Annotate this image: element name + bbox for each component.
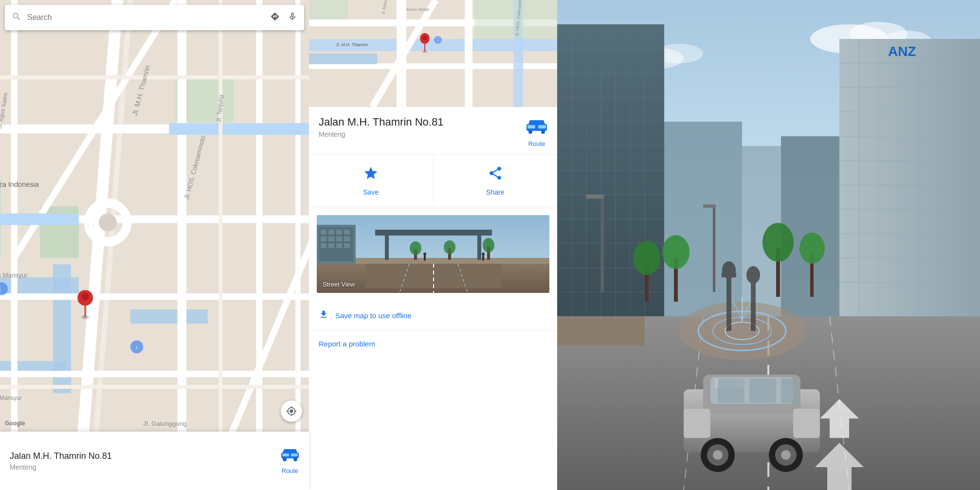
svg-point-104 bbox=[482, 253, 485, 255]
route-button[interactable]: Route bbox=[281, 447, 299, 474]
svg-text:Jl. Kh. Mas Mansyur: Jl. Kh. Mas Mansyur bbox=[0, 394, 21, 401]
svg-rect-198 bbox=[781, 379, 798, 403]
map-panel: Jl. M.H. Thamrin Jl. HOS. Cokroaminoto J… bbox=[0, 0, 309, 490]
svg-rect-71 bbox=[527, 125, 535, 128]
svg-rect-189 bbox=[793, 409, 820, 438]
car-icon bbox=[281, 447, 299, 465]
detail-car-icon bbox=[526, 118, 547, 138]
search-icon bbox=[12, 12, 21, 24]
detail-location-text: Jalan M.H. Thamrin No.81 Menteng bbox=[319, 116, 443, 138]
street-view-panel[interactable]: ANZ bbox=[557, 0, 980, 490]
svg-rect-101 bbox=[424, 255, 426, 261]
street-view-image: ANZ bbox=[557, 0, 980, 490]
svg-point-195 bbox=[781, 450, 791, 460]
offline-label: Save map to use offline bbox=[335, 311, 412, 320]
svg-point-161 bbox=[662, 235, 690, 269]
svg-text:Jl. M.H. Thamrin: Jl. M.H. Thamrin bbox=[336, 42, 368, 47]
svg-rect-92 bbox=[375, 230, 492, 236]
offline-save-button[interactable]: Save map to use offline bbox=[309, 301, 557, 331]
svg-point-183 bbox=[746, 266, 760, 284]
star-icon bbox=[363, 165, 379, 184]
svg-rect-174 bbox=[557, 316, 645, 345]
svg-point-181 bbox=[722, 261, 736, 279]
search-input[interactable] bbox=[27, 13, 270, 22]
svg-rect-90 bbox=[336, 243, 342, 248]
detail-info: Jalan M.H. Thamrin No.81 Menteng Route bbox=[309, 107, 557, 155]
svg-point-98 bbox=[444, 240, 455, 254]
svg-point-96 bbox=[410, 241, 421, 255]
svg-text:ANZ: ANZ bbox=[888, 44, 916, 59]
location-name: Jalan M.H. Thamrin No.81 bbox=[10, 451, 112, 461]
svg-rect-84 bbox=[321, 236, 327, 241]
svg-rect-60 bbox=[309, 54, 377, 64]
detail-map-svg: Jl. HOS. Cokroaminoto Jl. Mansyo.. Kebun… bbox=[309, 0, 557, 107]
detail-route-button[interactable]: Route bbox=[526, 118, 547, 147]
map-background[interactable]: Jl. M.H. Thamrin Jl. HOS. Cokroaminoto J… bbox=[0, 0, 309, 490]
svg-rect-81 bbox=[328, 230, 334, 235]
svg-point-102 bbox=[423, 253, 426, 255]
share-label: Share bbox=[486, 188, 504, 196]
svg-rect-169 bbox=[703, 204, 716, 208]
locate-button[interactable] bbox=[281, 400, 302, 422]
map-svg: Jl. M.H. Thamrin Jl. HOS. Cokroaminoto J… bbox=[0, 0, 309, 490]
detail-location-sub: Menteng bbox=[319, 130, 443, 138]
search-bar[interactable] bbox=[5, 5, 304, 30]
svg-rect-88 bbox=[321, 243, 327, 248]
svg-rect-103 bbox=[482, 255, 484, 261]
report-label: Report a problem bbox=[319, 340, 375, 348]
save-label: Save bbox=[363, 188, 379, 196]
directions-icon[interactable] bbox=[270, 12, 280, 24]
svg-text:Kebun Melati: Kebun Melati bbox=[406, 7, 429, 12]
svg-rect-72 bbox=[538, 125, 546, 128]
svg-rect-188 bbox=[684, 409, 710, 438]
svg-point-68 bbox=[422, 36, 427, 40]
svg-point-74 bbox=[541, 130, 545, 134]
svg-rect-55 bbox=[465, 0, 472, 107]
svg-rect-85 bbox=[328, 236, 334, 241]
share-icon bbox=[488, 165, 503, 184]
svg-rect-82 bbox=[336, 230, 342, 235]
svg-rect-47 bbox=[291, 454, 298, 456]
map-bottom-bar: Jalan M.H. Thamrin No.81 Menteng Route bbox=[0, 432, 309, 490]
svg-point-165 bbox=[799, 233, 825, 264]
svg-rect-6 bbox=[130, 309, 208, 324]
share-button[interactable]: Share bbox=[434, 155, 558, 207]
svg-rect-83 bbox=[344, 230, 350, 235]
actions-row: Save Share bbox=[309, 155, 557, 207]
detail-mini-map: Jl. HOS. Cokroaminoto Jl. Mansyo.. Kebun… bbox=[309, 0, 557, 107]
svg-rect-87 bbox=[344, 236, 350, 241]
svg-point-100 bbox=[483, 238, 494, 253]
save-button[interactable]: Save bbox=[309, 155, 434, 207]
svg-point-163 bbox=[762, 223, 794, 262]
report-problem-button[interactable]: Report a problem bbox=[309, 331, 557, 357]
svg-point-43 bbox=[81, 293, 89, 301]
svg-rect-46 bbox=[282, 454, 289, 456]
svg-rect-89 bbox=[328, 243, 334, 248]
microphone-icon[interactable] bbox=[288, 12, 297, 24]
detail-location-name: Jalan M.H. Thamrin No.81 bbox=[319, 116, 443, 128]
detail-route-label: Route bbox=[528, 140, 545, 147]
street-view-thumbnail[interactable]: Street View bbox=[317, 215, 549, 293]
svg-point-73 bbox=[528, 130, 532, 134]
svg-rect-168 bbox=[713, 204, 715, 292]
location-suburb: Menteng bbox=[10, 463, 112, 471]
location-info: Jalan M.H. Thamrin No.81 Menteng bbox=[10, 451, 112, 471]
svg-text:Jl. Kh. Mas Mansyur: Jl. Kh. Mas Mansyur bbox=[0, 272, 28, 279]
svg-rect-80 bbox=[321, 230, 327, 235]
svg-point-26 bbox=[99, 214, 117, 232]
svg-rect-179 bbox=[726, 272, 731, 331]
svg-rect-93 bbox=[385, 236, 389, 260]
svg-rect-58 bbox=[309, 0, 348, 19]
google-logo: Google bbox=[5, 420, 25, 427]
svg-point-159 bbox=[633, 241, 660, 275]
svg-rect-166 bbox=[601, 195, 604, 292]
route-label: Route bbox=[282, 467, 299, 474]
download-icon bbox=[319, 309, 328, 322]
svg-point-192 bbox=[713, 450, 723, 460]
svg-rect-182 bbox=[751, 277, 756, 331]
svg-text:i: i bbox=[136, 345, 137, 350]
svg-rect-94 bbox=[477, 236, 481, 260]
street-view-label: Street View bbox=[323, 281, 355, 288]
svg-point-48 bbox=[283, 457, 287, 461]
svg-rect-91 bbox=[344, 243, 350, 248]
